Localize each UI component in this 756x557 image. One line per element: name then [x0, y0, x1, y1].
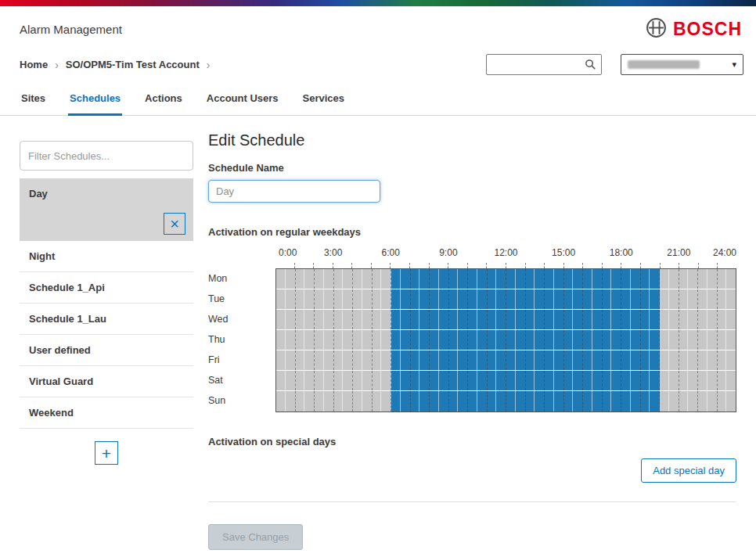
grid-cell[interactable]	[411, 350, 430, 370]
grid-cell[interactable]	[679, 310, 699, 329]
grid-cell[interactable]	[488, 350, 507, 370]
grid-cell[interactable]	[641, 391, 661, 411]
grid-cell[interactable]	[698, 391, 718, 411]
grid-cell[interactable]	[621, 289, 641, 309]
grid-cell[interactable]	[468, 371, 488, 390]
grid-cell[interactable]	[449, 350, 469, 370]
grid-cell[interactable]	[468, 391, 488, 411]
grid-cell[interactable]	[545, 289, 564, 309]
grid-cell[interactable]	[621, 371, 641, 390]
grid-cell[interactable]	[621, 269, 641, 289]
grid-cell[interactable]	[488, 330, 507, 350]
schedule-item-user-defined[interactable]: User defined	[20, 335, 193, 366]
grid-cell[interactable]	[545, 310, 564, 329]
account-selector[interactable]: ▾	[621, 54, 743, 75]
grid-cell[interactable]	[411, 269, 430, 289]
grid-cell[interactable]	[334, 269, 354, 289]
grid-cell[interactable]	[641, 350, 661, 370]
grid-cell[interactable]	[276, 269, 296, 289]
grid-cell[interactable]	[679, 371, 699, 390]
grid-cell[interactable]	[315, 350, 334, 370]
grid-cell[interactable]	[449, 330, 469, 350]
grid-cell[interactable]	[698, 269, 718, 289]
grid-cell[interactable]	[603, 350, 622, 370]
grid-cell[interactable]	[506, 391, 526, 411]
grid-cell[interactable]	[545, 371, 564, 390]
grid-cell[interactable]	[698, 310, 718, 329]
delete-schedule-button[interactable]: ×	[164, 213, 185, 235]
grid-cell[interactable]	[296, 310, 315, 329]
grid-cell[interactable]	[660, 391, 679, 411]
grid-cell[interactable]	[391, 371, 411, 390]
grid-cell[interactable]	[545, 269, 564, 289]
grid-cell[interactable]	[468, 330, 488, 350]
grid-cell[interactable]	[718, 330, 736, 350]
grid-cell[interactable]	[603, 371, 622, 390]
grid-cell[interactable]	[718, 310, 736, 329]
grid-cell[interactable]	[430, 330, 449, 350]
grid-cell[interactable]	[718, 269, 736, 289]
grid-cell[interactable]	[564, 391, 584, 411]
grid-cell[interactable]	[296, 289, 315, 309]
grid-cell[interactable]	[468, 289, 488, 309]
grid-cell[interactable]	[641, 289, 661, 309]
grid-cell[interactable]	[411, 310, 430, 329]
grid-cell[interactable]	[603, 310, 622, 329]
grid-cell[interactable]	[276, 330, 296, 350]
grid-cell[interactable]	[641, 310, 661, 329]
schedule-item-schedule-1-api[interactable]: Schedule 1_Api	[20, 272, 193, 304]
grid-cell[interactable]	[526, 310, 545, 329]
schedule-item-weekend[interactable]: Weekend	[20, 397, 193, 429]
grid-cell[interactable]	[526, 371, 545, 390]
grid-cell[interactable]	[449, 391, 469, 411]
grid-cell[interactable]	[526, 289, 545, 309]
grid-cell[interactable]	[430, 350, 449, 370]
grid-cell[interactable]	[276, 310, 296, 329]
grid-cell[interactable]	[430, 371, 449, 390]
grid-cell[interactable]	[660, 371, 679, 390]
grid-cell[interactable]	[296, 330, 315, 350]
grid-cell[interactable]	[391, 330, 411, 350]
grid-cell[interactable]	[641, 330, 661, 350]
grid-cell[interactable]	[315, 269, 334, 289]
grid-cell[interactable]	[373, 289, 392, 309]
grid-cell[interactable]	[698, 330, 718, 350]
grid-cell[interactable]	[488, 391, 507, 411]
grid-cell[interactable]	[334, 371, 354, 390]
grid-cell[interactable]	[564, 371, 584, 390]
grid-cell[interactable]	[391, 350, 411, 370]
grid-cell[interactable]	[449, 310, 469, 329]
schedule-item-schedule-1-lau[interactable]: Schedule 1_Lau	[20, 304, 193, 335]
grid-cell[interactable]	[353, 289, 373, 309]
grid-cell[interactable]	[488, 289, 507, 309]
grid-cell[interactable]	[564, 310, 584, 329]
grid-cell[interactable]	[391, 269, 411, 289]
grid-cell[interactable]	[276, 350, 296, 370]
grid-cell[interactable]	[621, 330, 641, 350]
grid-cell[interactable]	[564, 350, 584, 370]
grid-cell[interactable]	[373, 391, 392, 411]
grid-cell[interactable]	[430, 310, 449, 329]
grid-cell[interactable]	[353, 371, 373, 390]
grid-cell[interactable]	[334, 350, 354, 370]
grid-cell[interactable]	[564, 330, 584, 350]
grid-cell[interactable]	[621, 310, 641, 329]
grid-cell[interactable]	[545, 330, 564, 350]
search-icon[interactable]	[581, 56, 599, 74]
grid-cell[interactable]	[411, 371, 430, 390]
grid-cell[interactable]	[621, 350, 641, 370]
grid-cell[interactable]	[583, 391, 603, 411]
grid-cell[interactable]	[449, 289, 469, 309]
grid-cell[interactable]	[353, 269, 373, 289]
breadcrumb-item-so-opm5-tim-test-account[interactable]: SO/OPM5-Tim Test Account	[66, 59, 200, 70]
grid-cell[interactable]	[488, 269, 507, 289]
grid-cell[interactable]	[583, 310, 603, 329]
grid-cell[interactable]	[545, 391, 564, 411]
grid-cell[interactable]	[698, 371, 718, 390]
grid-cell[interactable]	[373, 269, 392, 289]
grid-cell[interactable]	[296, 350, 315, 370]
grid-cell[interactable]	[315, 289, 334, 309]
grid-cell[interactable]	[391, 310, 411, 329]
grid-cell[interactable]	[679, 269, 699, 289]
grid-cell[interactable]	[545, 350, 564, 370]
